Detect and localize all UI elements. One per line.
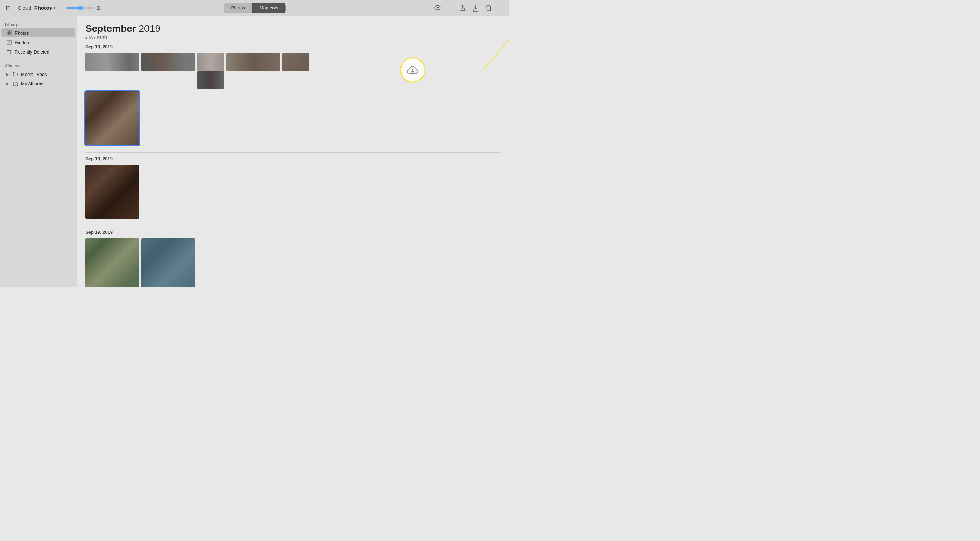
date-section-2: Sep 18, 2019: [85, 156, 501, 219]
sidebar-my-albums-label: My Albums: [21, 81, 43, 86]
photos-grid-icon: [6, 30, 12, 36]
app-title-icloud: iCloud: [16, 5, 32, 11]
sidebar-item-hidden[interactable]: Hidden: [2, 38, 75, 47]
photo-row-top: [85, 53, 501, 89]
moments-tab-button[interactable]: Moments: [252, 3, 285, 13]
sidebar-item-my-albums[interactable]: ▶ My Albums: [2, 79, 75, 88]
photo-row-main: [85, 91, 501, 145]
svg-rect-1: [10, 31, 11, 32]
sidebar-item-recently-deleted[interactable]: Recently Deleted: [2, 47, 75, 56]
download-icon[interactable]: [472, 4, 479, 12]
my-albums-folder-icon: [13, 81, 18, 86]
date-label-1: Sep 18, 2019: [85, 44, 501, 49]
media-types-folder-icon: [13, 72, 18, 77]
sidebar-photos-label: Photos: [15, 30, 29, 36]
sidebar-item-media-types[interactable]: ▶ Media Types: [2, 70, 75, 79]
zoom-large-icon: ⊞: [97, 5, 101, 11]
sidebar-recently-deleted-label: Recently Deleted: [15, 49, 49, 54]
expand-my-albums-icon: ▶: [6, 82, 9, 86]
sidebar-item-photos[interactable]: Photos: [2, 28, 75, 37]
zoom-controls: ⊞ ⊞: [61, 5, 101, 11]
app-title-chevron[interactable]: ▾: [54, 6, 56, 10]
photo-thumb-selected[interactable]: [85, 91, 139, 145]
date-label-2: Sep 18, 2019: [85, 156, 501, 161]
photo-stack: [197, 53, 224, 89]
photo-thumb[interactable]: [197, 71, 224, 89]
toolbar-actions: + ···: [434, 3, 504, 13]
photo-row-3: [85, 238, 501, 287]
photo-thumb[interactable]: [197, 53, 224, 71]
content-title: September 2019: [85, 23, 501, 34]
more-icon[interactable]: ···: [498, 5, 504, 11]
trash-icon: [6, 49, 12, 54]
albums-section-label: Albums: [0, 61, 76, 69]
svg-rect-3: [10, 33, 11, 35]
date-label-3: Sep 19, 2019: [85, 230, 501, 235]
svg-line-5: [8, 41, 11, 44]
section-divider-2: [85, 226, 501, 226]
upload-to-cloud-icon[interactable]: [434, 4, 442, 12]
content-area: September 2019 2,987 Items Sep 18, 2019: [77, 16, 509, 287]
svg-rect-2: [7, 33, 9, 35]
photo-thumb[interactable]: [85, 165, 139, 219]
photo-thumb[interactable]: [226, 53, 280, 71]
sidebar: Library Photos Hidden: [0, 16, 77, 287]
zoom-slider[interactable]: [67, 7, 94, 9]
expand-media-types-icon: ▶: [6, 72, 9, 76]
hidden-icon: [6, 40, 12, 45]
photo-row-2: [85, 165, 501, 219]
photo-thumb[interactable]: [141, 53, 195, 71]
date-section-1: Sep 18, 2019: [85, 44, 501, 145]
view-toggle: Photos Moments: [224, 3, 286, 13]
main-layout: Library Photos Hidden: [0, 16, 509, 287]
item-count: 2,987 Items: [85, 35, 501, 40]
app-title: iCloud Photos▾: [16, 5, 56, 11]
library-section-label: Library: [0, 19, 76, 28]
photo-thumb[interactable]: [282, 53, 309, 71]
sidebar-toggle-button[interactable]: ⊟: [6, 4, 11, 12]
month-label: September: [85, 23, 136, 34]
date-section-3: Sep 19, 2019: [85, 230, 501, 287]
year-label: 2019: [139, 23, 161, 34]
section-divider-1: [85, 152, 501, 153]
share-icon[interactable]: [459, 4, 466, 12]
svg-rect-0: [7, 31, 9, 32]
delete-icon[interactable]: [485, 4, 492, 12]
app-title-photos: Photos: [34, 5, 52, 11]
photo-thumb[interactable]: [141, 238, 195, 287]
photos-tab-button[interactable]: Photos: [224, 3, 252, 13]
sidebar-hidden-label: Hidden: [15, 40, 29, 45]
photo-thumb[interactable]: [85, 238, 139, 287]
add-button[interactable]: +: [448, 3, 453, 13]
photo-thumb[interactable]: [85, 53, 139, 71]
sidebar-media-types-label: Media Types: [21, 72, 46, 77]
titlebar: ⊟ iCloud Photos▾ ⊞ ⊞ Photos Moments +: [0, 0, 509, 16]
zoom-small-icon: ⊞: [61, 6, 64, 10]
content-header: September 2019 2,987 Items: [85, 23, 501, 40]
